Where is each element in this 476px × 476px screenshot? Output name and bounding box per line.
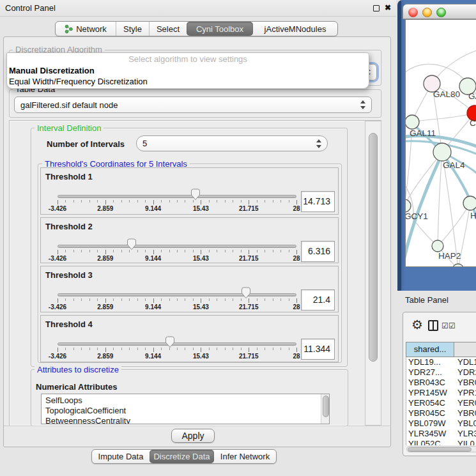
number-of-intervals-combobox[interactable]: 5 — [136, 135, 328, 151]
network-node[interactable] — [432, 240, 443, 252]
list-scrollbar[interactable] — [321, 394, 329, 424]
network-node[interactable] — [406, 199, 411, 212]
table-row[interactable]: YDR27...YDR2 — [406, 367, 476, 378]
slider-tick — [161, 298, 162, 301]
numerical-attributes-list[interactable]: SelfLoopsTopologicalCoefficientBetweenne… — [41, 394, 330, 424]
tab-jactivemnodules[interactable]: jActiveMNodules — [253, 22, 337, 36]
table-panel: ⚙ ☑ ☑ shared... n YDL19...YDL1YDR27...YD… — [403, 312, 476, 456]
table-row[interactable]: YBR043CYBR0 — [406, 378, 476, 388]
tab-network[interactable]: Network — [56, 22, 116, 36]
threshold-value-field[interactable]: 14.713 — [301, 191, 335, 212]
slider-tick — [217, 348, 217, 350]
slider-tick — [233, 250, 233, 252]
slider-tick — [193, 250, 194, 252]
float-window-icon[interactable] — [373, 5, 380, 12]
threshold-value-field[interactable]: 11.344 — [301, 339, 335, 360]
slider-tick — [209, 200, 210, 203]
list-scrollbar-thumb[interactable] — [323, 395, 329, 417]
slider-track[interactable] — [58, 293, 296, 296]
checked-box-icon[interactable]: ☑ — [449, 322, 456, 330]
table-row[interactable]: YDL19...YDL1 — [406, 357, 476, 367]
slider-tick — [265, 348, 265, 350]
threshold-slider[interactable]: -3.4262.8599.14415.4321.71528 — [41, 218, 338, 263]
slider-tick — [89, 200, 90, 203]
vertical-scrollbar-thumb[interactable] — [369, 133, 378, 362]
network-window-titlebar[interactable] — [403, 4, 476, 19]
slider-track[interactable] — [58, 195, 296, 198]
slider-track[interactable] — [58, 342, 296, 346]
slider-tick — [145, 298, 146, 301]
tab-infer-network[interactable]: Infer Network — [214, 450, 276, 463]
table-panel-title: Table Panel — [405, 295, 449, 305]
horizontal-scrollbar-thumb[interactable] — [408, 447, 472, 452]
table-row[interactable]: YBL079WYBL0 — [406, 418, 476, 429]
attribute-list-item[interactable]: BetweennessCentrality — [42, 416, 329, 424]
slider-tick — [233, 200, 233, 203]
tab-discretize-data[interactable]: Discretize Data — [150, 450, 214, 463]
slider-tick-label: 2.859 — [97, 205, 113, 212]
slider-tick — [153, 348, 154, 352]
minimize-traffic-light[interactable] — [422, 8, 432, 17]
network-window[interactable]: GAL80GACGAL11GAL4GCY1HHAP2 — [397, 0, 476, 291]
network-canvas[interactable]: GAL80GACGAL11GAL4GCY1HHAP2 — [405, 19, 476, 267]
threshold-value-field[interactable]: 21.4 — [301, 289, 335, 311]
column-header-shared[interactable]: shared... — [406, 342, 454, 357]
slider-tick — [145, 348, 146, 350]
network-node[interactable] — [406, 115, 419, 129]
table-row[interactable]: YBR045CYBR0 — [406, 408, 476, 418]
slider-tick — [177, 250, 178, 252]
column-header-name[interactable]: n — [454, 342, 476, 357]
apply-button[interactable]: Apply — [171, 429, 215, 443]
slider-tick — [89, 348, 90, 350]
horizontal-scrollbar[interactable] — [406, 446, 476, 452]
control-panel-titlebar: Control Panel ✖ — [0, 0, 396, 17]
slider-tick-label: 28 — [293, 353, 300, 360]
slider-track[interactable] — [58, 245, 296, 248]
vertical-scrollbar[interactable] — [365, 121, 381, 426]
slider-thumb[interactable] — [165, 336, 175, 348]
threshold-slider[interactable]: -3.4262.8599.14415.4321.71528 — [41, 168, 338, 214]
slider-tick — [121, 348, 122, 350]
tab-cyni-toolbox[interactable]: Cyni Toolbox — [187, 22, 253, 36]
threshold-value-field[interactable]: 6.316 — [301, 241, 335, 262]
threshold-slider[interactable]: -3.4262.8599.14415.4321.71528 — [41, 316, 338, 362]
slider-tick — [145, 250, 146, 252]
slider-tick — [185, 348, 185, 350]
close-traffic-light[interactable] — [408, 8, 418, 17]
slider-tick — [273, 298, 273, 301]
slider-tick-label: 2.859 — [97, 353, 113, 360]
table-row[interactable]: YER054CYER0 — [406, 398, 476, 408]
network-edge — [438, 152, 442, 246]
slider-tick — [289, 298, 289, 301]
slider-thumb[interactable] — [241, 287, 251, 299]
threshold-4-panel: Threshold 4 -3.4262.8599.14415.4321.7152… — [40, 315, 339, 362]
dropdown-option-manual-discretization[interactable]: Manual Discretization — [9, 66, 95, 75]
table-data-combobox[interactable]: galFiltered.sif default node — [14, 96, 372, 113]
checked-box-icon[interactable]: ☑ — [441, 322, 449, 330]
slider-thumb[interactable] — [127, 238, 137, 250]
close-panel-icon[interactable]: ✖ — [385, 3, 391, 12]
attribute-list-item[interactable]: SelfLoops — [42, 395, 329, 406]
slider-tick — [113, 250, 114, 252]
dropdown-option-equal-width[interactable]: Equal Width/Frequency Discretization — [9, 77, 148, 86]
network-node[interactable] — [452, 264, 464, 267]
threshold-slider[interactable]: -3.4262.8599.14415.4321.71528 — [41, 266, 338, 312]
network-node[interactable] — [463, 196, 476, 210]
zoom-traffic-light[interactable] — [436, 8, 446, 17]
slider-thumb[interactable] — [190, 188, 201, 201]
node-label: GAL4 — [443, 160, 465, 170]
split-columns-icon[interactable] — [428, 320, 438, 331]
slider-tick-label: 21.715 — [239, 205, 259, 212]
table-row[interactable]: YIL052CYIL0 — [406, 439, 476, 445]
slider-tick-label: 28 — [293, 255, 300, 262]
slider-tick — [273, 348, 273, 350]
tab-impute-data[interactable]: Impute Data — [92, 450, 150, 463]
table-row[interactable]: YLR345WYLR3 — [406, 429, 476, 439]
network-edge — [412, 113, 475, 122]
network-node[interactable] — [433, 143, 451, 161]
table-row[interactable]: YPR145WYPR1 — [406, 388, 476, 398]
tab-style[interactable]: Style — [116, 22, 149, 36]
attribute-list-item[interactable]: TopologicalCoefficient — [42, 406, 329, 416]
gear-icon[interactable]: ⚙ — [411, 318, 423, 331]
tab-select[interactable]: Select — [149, 22, 187, 36]
